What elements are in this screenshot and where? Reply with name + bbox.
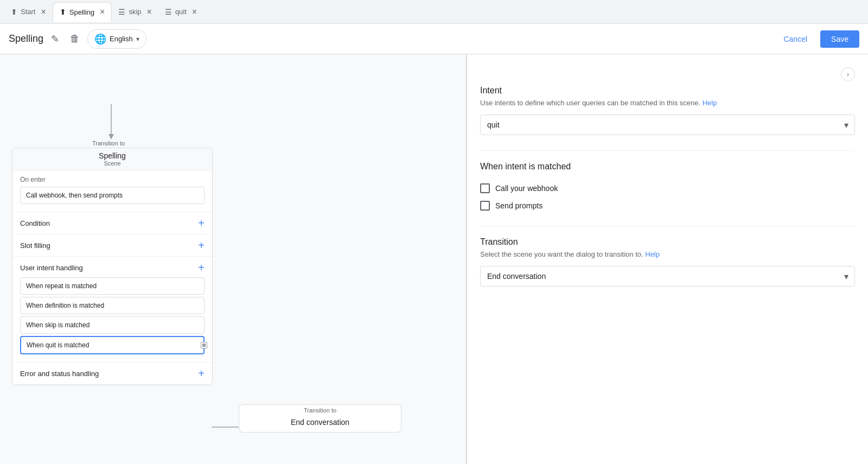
transition-select[interactable]: End conversation Spelling	[480, 266, 855, 287]
collapse-row: ›	[480, 67, 855, 81]
tab-start[interactable]: ⬆ Start ×	[4, 2, 53, 22]
right-panel: › Intent Use intents to define which use…	[467, 54, 868, 464]
on-enter-section: On enter Call webhook, then send prompts	[12, 170, 212, 212]
intent-panel-section: Intent Use intents to define which user …	[480, 86, 855, 135]
transition-to-label: Transition to	[84, 140, 133, 147]
main-layout: Transition to Spelling Scene On enter Ca…	[0, 54, 868, 464]
skip-tab-icon: ☰	[118, 8, 125, 16]
error-handling-row: Error and status handling +	[12, 363, 212, 385]
tab-spelling-label: Spelling	[69, 8, 94, 16]
slot-filling-row: Slot filling +	[12, 234, 212, 257]
intent-help-link[interactable]: Help	[703, 99, 717, 107]
on-enter-label: On enter	[20, 176, 205, 183]
section-divider-1	[480, 150, 855, 151]
save-button[interactable]: Save	[820, 30, 859, 48]
user-intent-header-row: User intent handling +	[20, 262, 205, 277]
tab-bar: ⬆ Start × ⬆ Spelling × ☰ skip × ☰ quit ×	[0, 0, 868, 24]
connector-dot	[201, 342, 207, 348]
spelling-tab-icon: ⬆	[60, 8, 66, 16]
scene-node-header: Spelling Scene	[12, 148, 212, 170]
transition-section-desc: Select the scene you want the dialog to …	[480, 250, 855, 258]
intent-desc-text: Use intents to define which user queries…	[480, 99, 703, 107]
spelling-scene-node: Spelling Scene On enter Call webhook, th…	[12, 148, 213, 385]
collapse-panel-button[interactable]: ›	[841, 67, 855, 81]
section-divider-2	[480, 226, 855, 226]
tab-skip[interactable]: ☰ skip ×	[112, 2, 158, 22]
chevron-down-icon: ▾	[136, 35, 139, 43]
top-arrow-svg	[106, 104, 117, 142]
tab-skip-label: skip	[129, 8, 141, 16]
scene-body: On enter Call webhook, then send prompts…	[12, 170, 212, 385]
condition-row: Condition +	[12, 212, 212, 234]
scene-node-subtitle: Scene	[19, 160, 206, 167]
transition-panel-section: Transition Select the scene you want the…	[480, 237, 855, 287]
call-webhook-label: Call your webhook	[495, 184, 558, 193]
tab-skip-close[interactable]: ×	[147, 8, 152, 16]
transition-section-title: Transition	[480, 237, 855, 247]
call-webhook-row: Call your webhook	[480, 183, 855, 193]
language-label: English	[110, 35, 133, 43]
scene-node-title: Spelling	[19, 151, 206, 160]
transition-help-link[interactable]: Help	[645, 250, 660, 258]
end-node-transition-label: Transition to	[239, 405, 401, 415]
intent-item-quit[interactable]: When quit is matched	[20, 336, 205, 354]
tab-quit-label: quit	[175, 8, 187, 16]
call-webhook-checkbox[interactable]	[480, 183, 490, 193]
end-node-title: End conversation	[239, 415, 401, 432]
delete-button[interactable]: 🗑	[67, 30, 83, 48]
tab-start-close[interactable]: ×	[41, 8, 46, 16]
canvas-area: Transition to Spelling Scene On enter Ca…	[0, 54, 466, 464]
quit-tab-icon: ☰	[165, 8, 172, 16]
condition-label: Condition	[20, 219, 50, 227]
svg-marker-1	[108, 134, 114, 139]
tab-quit-close[interactable]: ×	[192, 8, 197, 16]
user-intent-label: User intent handling	[20, 264, 83, 272]
slot-filling-label: Slot filling	[20, 241, 50, 250]
tab-quit[interactable]: ☰ quit ×	[158, 2, 203, 22]
send-prompts-row: Send prompts	[480, 201, 855, 211]
header-bar: Spelling ✎ 🗑 🌐 English ▾ Cancel Save	[0, 24, 868, 54]
cancel-button[interactable]: Cancel	[775, 30, 816, 48]
on-enter-item[interactable]: Call webhook, then send prompts	[20, 187, 205, 204]
intent-item-skip[interactable]: When skip is matched	[20, 316, 205, 334]
error-handling-add-button[interactable]: +	[198, 368, 205, 379]
intent-item-repeat[interactable]: When repeat is matched	[20, 277, 205, 295]
transition-desc-text: Select the scene you want the dialog to …	[480, 250, 645, 258]
page-title: Spelling	[9, 33, 43, 45]
when-matched-title: When intent is matched	[480, 162, 855, 171]
intent-section-title: Intent	[480, 86, 855, 96]
intent-section-desc: Use intents to define which user queries…	[480, 99, 855, 107]
error-handling-label: Error and status handling	[20, 370, 99, 378]
intent-item-definition[interactable]: When definition is matched	[20, 297, 205, 314]
send-prompts-checkbox[interactable]	[480, 201, 490, 211]
end-conversation-node: Transition to End conversation	[239, 404, 401, 433]
language-button[interactable]: 🌐 English ▾	[87, 29, 146, 49]
tab-start-label: Start	[21, 8, 35, 16]
globe-icon: 🌐	[94, 33, 106, 45]
spacer	[480, 175, 855, 183]
transition-select-wrapper: End conversation Spelling	[480, 266, 855, 287]
condition-add-button[interactable]: +	[198, 218, 205, 228]
send-prompts-label: Send prompts	[495, 201, 542, 210]
when-matched-section: When intent is matched Call your webhook…	[480, 162, 855, 211]
tab-spelling-close[interactable]: ×	[100, 8, 105, 16]
intent-select-wrapper: quit skip repeat definition	[480, 115, 855, 135]
user-intent-section: User intent handling + When repeat is ma…	[12, 257, 212, 363]
user-intent-add-button[interactable]: +	[198, 262, 205, 273]
tab-spelling[interactable]: ⬆ Spelling ×	[53, 2, 112, 22]
slot-filling-add-button[interactable]: +	[198, 240, 205, 251]
edit-button[interactable]: ✎	[48, 30, 62, 48]
intent-select[interactable]: quit skip repeat definition	[480, 115, 855, 135]
start-tab-icon: ⬆	[11, 8, 17, 16]
